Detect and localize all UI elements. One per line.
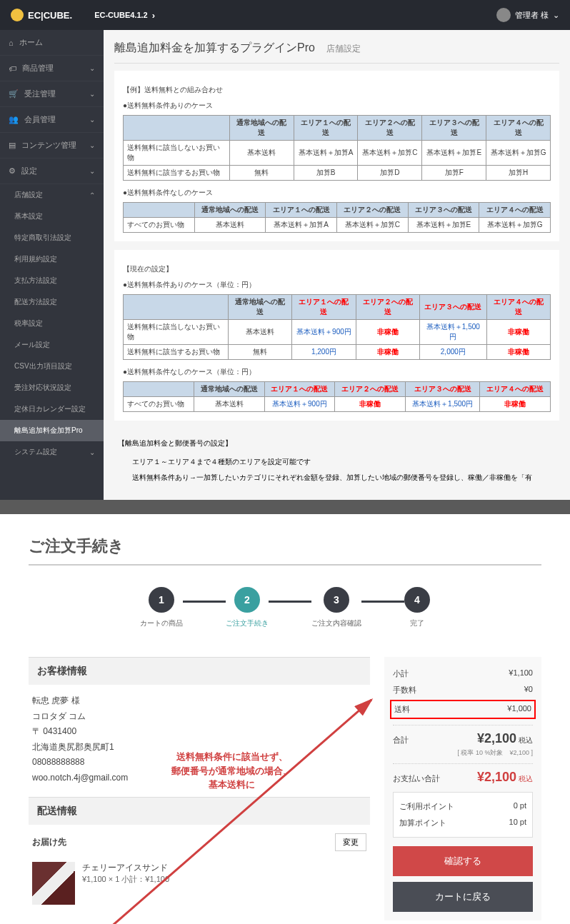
version: EC-CUBE4.1.2 <box>94 11 148 19</box>
brand: EC|CUBE. <box>28 10 72 21</box>
checkout-steps: 1カートの商品 2ご注文手続き 3ご注文内容確認 4完了 <box>29 587 541 628</box>
nav-contents[interactable]: ▤コンテンツ管理⌄ <box>0 133 104 159</box>
nav-sub-active[interactable]: 離島追加料金加算Pro <box>0 420 104 441</box>
nav-home[interactable]: ⌂ホーム <box>0 30 104 56</box>
nav-sub[interactable]: 基本設定 <box>0 206 104 227</box>
nav-system[interactable]: システム設定⌄ <box>0 441 104 463</box>
card-heading: 【現在の設定】 <box>123 264 551 274</box>
card-current: 【現在の設定】 ●送料無料条件ありのケース（単位：円） 通常地域への配送エリア１… <box>114 250 559 421</box>
user-icon <box>496 8 511 22</box>
logo-icon <box>11 9 24 21</box>
nav-orders[interactable]: 🛒受注管理⌄ <box>0 81 104 107</box>
nav-settings[interactable]: ⚙設定⌄ <box>0 159 104 184</box>
cart-icon: 🛒 <box>9 89 19 99</box>
user-label: 管理者 様 <box>515 10 549 21</box>
step-2: 2 <box>234 587 260 613</box>
bullet: ●送料無料条件ありのケース（単位：円） <box>123 280 551 290</box>
nav-sub[interactable]: 定休日カレンダー設定 <box>0 398 104 420</box>
customer-info-heading: お客様情報 <box>29 657 370 685</box>
card-heading: 【離島追加料金と郵便番号の設定】 <box>118 438 556 448</box>
order-summary: 小計¥1,100 手数料¥0 送料¥1,000 合計¥2,100 税込 [ 税率… <box>384 657 541 920</box>
delivery-header: お届け先 変更 <box>29 833 370 858</box>
nav-sub[interactable]: メール設定 <box>0 334 104 356</box>
nav-products[interactable]: 🏷商品管理⌄ <box>0 56 104 81</box>
nav-sub[interactable]: 特定商取引法設定 <box>0 227 104 248</box>
nav-shop-settings[interactable]: 店舗設定⌃ <box>0 184 104 206</box>
sidebar: ⌂ホーム 🏷商品管理⌄ 🛒受注管理⌄ 👥会員管理⌄ ▤コンテンツ管理⌄ ⚙設定⌄… <box>0 30 104 500</box>
nav-sub[interactable]: 配送方法設定 <box>0 291 104 313</box>
card-example: 【例】送料無料との組み合わせ ●送料無料条件ありのケース 通常地域への配送エリア… <box>114 71 559 241</box>
tag-icon: 🏷 <box>9 64 16 73</box>
page-title: 離島追加料金を加算するプラグインPro 店舗設定 <box>114 41 559 64</box>
confirm-button[interactable]: 確認する <box>393 846 533 876</box>
product-thumbnail <box>32 862 75 905</box>
table-current-2: 通常地域への配送エリア１への配送エリア２への配送エリア３への配送エリア４への配送… <box>123 381 551 412</box>
nav-sub[interactable]: 利用規約設定 <box>0 248 104 270</box>
doc-icon: ▤ <box>9 141 16 150</box>
home-icon: ⌂ <box>9 39 14 47</box>
table-current-1: 通常地域への配送エリア１への配送エリア２への配送エリア３への配送エリア４への配送… <box>123 294 551 360</box>
chevron-down-icon: ⌄ <box>89 141 95 149</box>
nav-sub[interactable]: 支払方法設定 <box>0 270 104 291</box>
table-example-1: 通常地域への配送エリア１への配送エリア２への配送エリア３への配送エリア４への配送… <box>123 115 551 181</box>
nav-sub[interactable]: CSV出力項目設定 <box>0 356 104 377</box>
back-to-cart-button[interactable]: カートに戻る <box>393 882 533 912</box>
product-row: チェリーアイスサンド ¥1,100 × 1 小計：¥1,100 <box>29 858 370 908</box>
user-menu[interactable]: 管理者 様 ⌄ <box>496 8 559 22</box>
chevron-up-icon: ⌃ <box>89 191 95 199</box>
logo: EC|CUBE. EC-CUBE4.1.2 › <box>11 9 155 21</box>
bullet: ●送料無料条件なしのケース <box>123 188 551 198</box>
main-content: 離島追加料金を加算するプラグインPro 店舗設定 【例】送料無料との組み合わせ … <box>104 30 570 500</box>
order-title: ご注文手続き <box>29 536 541 566</box>
chevron-down-icon: ⌄ <box>89 167 95 175</box>
product-price: ¥1,100 × 1 小計：¥1,100 <box>82 874 169 885</box>
shipping-row-highlight: 送料¥1,000 <box>390 700 536 719</box>
product-name: チェリーアイスサンド <box>82 862 169 874</box>
chevron-down-icon: ⌄ <box>89 64 95 72</box>
chevron-right-icon: › <box>152 10 155 21</box>
nav-members[interactable]: 👥会員管理⌄ <box>0 107 104 133</box>
change-button[interactable]: 変更 <box>335 833 366 851</box>
step-4: 4 <box>404 587 430 613</box>
chevron-down-icon: ⌄ <box>553 11 559 20</box>
bullet: ●送料無料条件ありのケース <box>123 101 551 111</box>
gear-icon: ⚙ <box>9 166 16 176</box>
annotation-text: 送料無料条件に該当せず、 郵便番号が通常地域の場合、 基本送料に <box>171 750 292 792</box>
card-zip: 【離島追加料金と郵便番号の設定】 エリア１～エリア４まで４種類のエリアを設定可能… <box>114 429 559 489</box>
nav-sub[interactable]: 受注対応状況設定 <box>0 377 104 398</box>
topbar: EC|CUBE. EC-CUBE4.1.2 › 管理者 様 ⌄ <box>0 0 570 30</box>
step-3: 3 <box>324 587 349 613</box>
chevron-down-icon: ⌄ <box>89 448 95 456</box>
chevron-down-icon: ⌄ <box>89 116 95 124</box>
nav-sub[interactable]: 税率設定 <box>0 313 104 334</box>
chevron-down-icon: ⌄ <box>89 90 95 98</box>
bullet: ●送料無料条件なしのケース（単位：円） <box>123 367 551 377</box>
shipping-info-heading: 配送情報 <box>29 797 370 825</box>
users-icon: 👥 <box>9 115 19 124</box>
step-1: 1 <box>149 587 174 613</box>
table-example-2: 通常地域への配送エリア１への配送エリア２への配送エリア３への配送エリア４への配送… <box>123 202 551 233</box>
card-heading: 【例】送料無料との組み合わせ <box>123 85 551 95</box>
